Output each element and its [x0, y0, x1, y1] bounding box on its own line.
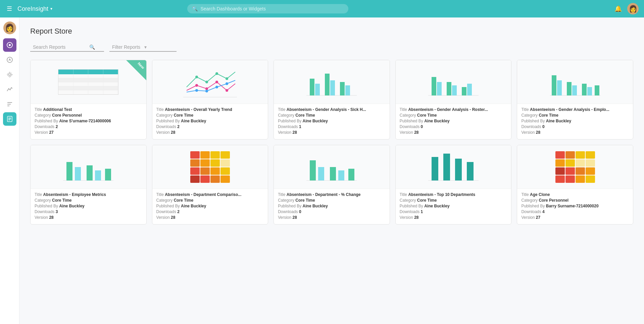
sidebar-item-analytics[interactable] — [3, 83, 16, 96]
top-nav: ☰ CoreInsight ▾ 🔍 🔔 👩 — [0, 0, 644, 17]
card-downloads-row-1: Downloads 2 — [35, 124, 142, 129]
svg-point-6 — [9, 89, 10, 90]
brand-name: CoreInsight — [17, 5, 48, 12]
filter-bar: 🔍 Filter Reports ▾ — [30, 43, 633, 52]
card-version-row-10: Version 27 — [521, 215, 629, 220]
svg-rect-55 — [105, 169, 111, 180]
svg-point-16 — [195, 76, 198, 78]
card-category-3: Core Time — [295, 113, 315, 118]
svg-point-4 — [8, 73, 12, 77]
brand-logo[interactable]: CoreInsight ▾ — [17, 5, 52, 12]
user-avatar[interactable]: 👩 — [627, 3, 639, 14]
card-title-row-5: Title Absenteeism - Gender Analysis - Em… — [521, 107, 629, 112]
card-publisher-row-10: Published By Barry Surname-7214000020 — [521, 204, 629, 208]
svg-point-20 — [195, 84, 198, 87]
card-version-row-4: Version 28 — [400, 130, 507, 135]
card-thumbnail-6 — [31, 145, 146, 189]
sidebar-item-sort[interactable] — [3, 97, 16, 111]
card-publisher-row-4: Published By Aine Buckley — [400, 119, 507, 123]
svg-point-21 — [205, 87, 208, 90]
card-title-row-6: Title Absenteeism - Employee Metrics — [35, 192, 142, 197]
svg-point-27 — [226, 82, 228, 85]
card-publisher-row-6: Published By Aine Buckley — [35, 204, 142, 208]
report-card-3[interactable]: Title Absenteeism - Gender Analysis - Si… — [274, 60, 390, 139]
sidebar-item-settings[interactable] — [3, 68, 16, 81]
card-publisher-3: Aine Buckley — [303, 119, 328, 123]
card-downloads-2: 2 — [177, 124, 180, 129]
svg-rect-41 — [467, 84, 472, 95]
card-downloads-8: 0 — [299, 209, 301, 214]
brand-dropdown-icon: ▾ — [50, 6, 52, 11]
card-downloads-row-6: Downloads 3 — [35, 209, 142, 214]
svg-rect-31 — [325, 74, 330, 95]
card-category-2: Core Time — [174, 113, 193, 118]
card-publisher-6: Aine Buckley — [59, 204, 84, 208]
sidebar-avatar[interactable]: 👩 — [3, 22, 16, 34]
card-category-1: Core Personnel — [52, 113, 82, 118]
card-thumbnail-9 — [396, 145, 511, 189]
svg-rect-64 — [443, 154, 450, 180]
svg-point-1 — [9, 44, 11, 46]
filter-dropdown-icon: ▾ — [144, 44, 174, 50]
card-thumbnail-4 — [396, 60, 511, 104]
card-publisher-10: Barry Surname-7214000020 — [546, 204, 599, 208]
svg-rect-33 — [340, 82, 345, 95]
card-downloads-row-10: Downloads 4 — [521, 209, 629, 214]
svg-rect-54 — [95, 170, 101, 180]
page-title: Report Store — [30, 27, 633, 36]
card-info-6: Title Absenteeism - Employee Metrics Cat… — [31, 189, 146, 224]
card-thumbnail-8 — [274, 145, 390, 189]
nav-right: 🔔 👩 — [614, 3, 639, 14]
svg-rect-37 — [437, 82, 442, 95]
hamburger-icon[interactable]: ☰ — [5, 4, 13, 14]
search-reports-container[interactable]: 🔍 — [30, 43, 104, 52]
card-version-row-2: Version 28 — [156, 130, 264, 135]
global-search-bar[interactable]: 🔍 — [187, 4, 348, 13]
card-version-4: 28 — [414, 130, 418, 135]
sidebar-item-dashboard[interactable] — [3, 53, 16, 67]
notification-bell-icon[interactable]: 🔔 — [614, 5, 622, 12]
filter-reports-select[interactable]: Filter Reports ▾ — [109, 43, 177, 52]
report-card-8[interactable]: Title Absenteeism - Department - % Chang… — [274, 145, 390, 225]
card-version-row-3: Version 28 — [278, 130, 386, 135]
card-publisher-row-8: Published By Aine Buckley — [278, 204, 386, 208]
report-card-1[interactable]: New Title Additional Test — [30, 60, 147, 139]
global-search-input[interactable] — [200, 6, 344, 11]
card-category-row-5: Category Core Time — [521, 113, 629, 118]
sidebar-item-home[interactable] — [3, 38, 16, 52]
card-category-row-10: Category Core Personnel — [521, 198, 629, 203]
card-title-8: Absenteeism - Department - % Change — [287, 192, 361, 197]
search-reports-icon: 🔍 — [89, 44, 95, 50]
card-info-7: Title Absenteeism - Department Compariso… — [152, 189, 268, 224]
report-card-4[interactable]: Title Absenteeism - Gender Analysis - Ro… — [395, 60, 512, 139]
svg-rect-32 — [330, 80, 335, 95]
card-version-row-5: Version 28 — [521, 130, 629, 135]
report-card-5[interactable]: Title Absenteeism - Gender Analysis - Em… — [517, 60, 633, 139]
card-info-10: Title Age Clone Category Core Personnel … — [517, 189, 633, 224]
card-title-row-2: Title Absenteeism - Overall Yearly Trend — [156, 107, 264, 112]
report-card-9[interactable]: Title Absenteeism - Top 10 Departments C… — [395, 145, 512, 225]
card-version-row-8: Version 28 — [278, 215, 386, 220]
svg-point-25 — [205, 90, 208, 92]
card-title-row-10: Title Age Clone — [521, 192, 629, 197]
search-reports-input[interactable] — [33, 44, 87, 50]
svg-point-24 — [195, 89, 198, 92]
card-category-9: Core Time — [417, 198, 437, 203]
report-card-7[interactable]: Title Absenteeism - Department Compariso… — [152, 145, 268, 225]
card-category-7: Core Time — [174, 198, 193, 203]
svg-point-22 — [215, 81, 218, 83]
heatmap-thumbnail — [190, 151, 230, 183]
report-card-10[interactable]: Title Age Clone Category Core Personnel … — [517, 145, 633, 225]
svg-rect-52 — [75, 167, 81, 180]
report-card-6[interactable]: Title Absenteeism - Employee Metrics Cat… — [30, 145, 147, 225]
card-thumbnail-7 — [152, 145, 268, 189]
heatmap-thumbnail-2 — [555, 151, 595, 183]
card-downloads-row-2: Downloads 2 — [156, 124, 264, 129]
sidebar-item-reports[interactable] — [3, 112, 16, 126]
svg-rect-30 — [315, 84, 320, 95]
report-card-2[interactable]: Title Absenteeism - Overall Yearly Trend… — [152, 60, 268, 139]
card-category-row-1: Category Core Personnel — [35, 113, 142, 118]
card-downloads-3: 1 — [299, 124, 301, 129]
card-publisher-row-2: Published By Aine Buckley — [156, 119, 264, 123]
svg-point-17 — [205, 81, 208, 83]
